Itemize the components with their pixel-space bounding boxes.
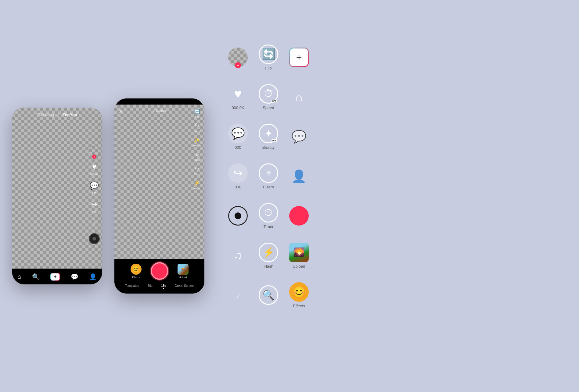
icon-cell-person[interactable]: 👤 (284, 156, 314, 196)
nav-home[interactable]: ⌂ (18, 273, 21, 280)
timer-label: Timer (194, 173, 200, 176)
phone-camera: ✕ ♪ Sounds 🔄 Flip ⏱ Speed (114, 98, 204, 294)
timer-icon: ⏲ (193, 164, 201, 173)
flash-icon-lg: ⚡ (259, 243, 278, 262)
record-center-dot (235, 212, 241, 219)
sounds-button[interactable]: ♪ Sounds (153, 108, 166, 112)
creator-avatar-item[interactable]: + (89, 146, 100, 157)
icon-cell-share[interactable]: ↪ 000 (223, 156, 253, 196)
large-avatar: + (228, 48, 248, 67)
icon-cell-flip[interactable]: 🔄 Flip (253, 37, 284, 77)
heart-count-label: 000,0K (232, 105, 244, 110)
beauty-icon: ✨ (193, 136, 201, 144)
tiktok-plus-button: + (289, 48, 309, 67)
heart-icon-lg: ♥ (228, 84, 248, 104)
share-icon-lg: ↪ (228, 163, 248, 183)
heart-icon: ♥ (89, 161, 100, 172)
for-you-tab[interactable]: For You (63, 112, 77, 118)
icon-cell-timer[interactable]: ⏲ Timer (253, 196, 284, 236)
speed-icon-container: ⏱ OFF (259, 84, 278, 104)
icon-cell-avatar[interactable]: + (223, 37, 253, 77)
mode-60s[interactable]: 60s (146, 283, 154, 290)
plus-sign: + (296, 52, 302, 63)
capture-button[interactable] (151, 262, 168, 280)
icon-cell-search-circle[interactable]: 🔍 (253, 275, 284, 315)
icon-cell-speed[interactable]: ⏱ OFF Speed (253, 77, 284, 117)
nav-search[interactable]: 🔍 (32, 273, 40, 280)
icon-cell-record-ring[interactable] (223, 196, 253, 236)
camera-modes: Templates 60s 15s Green Screen (114, 282, 204, 291)
comment-count-label: 000 (235, 145, 241, 150)
comment-icon: 💬 (89, 180, 100, 191)
upload-button[interactable]: 🌄 Upload (178, 264, 189, 279)
search-icon: 🔍 (32, 273, 40, 280)
music-button[interactable]: ♪ (89, 218, 100, 229)
flash-icon: ⚡ (193, 179, 201, 187)
comment-button[interactable]: 💬 000 (89, 180, 100, 195)
music-note-icon-lg: ♫ (234, 249, 242, 262)
nav-add[interactable]: + (50, 273, 60, 281)
like-button[interactable]: ♥ 000,0K (89, 161, 100, 176)
effects-emoji-icon-lg: 😊 (289, 282, 309, 302)
phone-feed: Following | For You + ♥ (12, 108, 102, 284)
speed-off-badge: OFF (272, 100, 277, 102)
flash-label: Flash (194, 187, 200, 190)
filters-control[interactable]: ⚙ Filters (193, 150, 201, 161)
filters-icon-label: Filters (263, 185, 274, 189)
filters-icon: ⚙ (193, 150, 201, 159)
effects-button[interactable]: 😊 Effects (131, 264, 142, 279)
mode-templates[interactable]: Templates (124, 283, 140, 290)
icon-cell-chat-bubble[interactable]: 💬 (284, 117, 314, 156)
filters-icon-lg: ⚛ (259, 163, 278, 183)
beauty-icon-container: ✦ OFF (259, 124, 278, 143)
icon-cell-music-note[interactable]: ♫ (223, 236, 253, 275)
nav-messages[interactable]: 💬 (71, 273, 78, 280)
feed-video-area: Following | For You + ♥ (12, 108, 102, 269)
following-tab[interactable]: Following (37, 112, 54, 118)
icon-cell-effects-emoji[interactable]: 😊 Effects (284, 275, 314, 315)
flip-control[interactable]: 🔄 Flip (193, 107, 201, 118)
beauty-icon-label: Beauty (262, 145, 275, 150)
upload-thumbnail: 🌄 (178, 264, 189, 275)
icon-cell-flash[interactable]: ⚡ Flash (253, 236, 284, 275)
sound-disc (89, 233, 100, 244)
mode-green-screen[interactable]: Green Screen (174, 283, 195, 290)
icon-cell-heart[interactable]: ♥ 000,0K (223, 77, 253, 117)
beauty-off-badge: OFF (272, 139, 277, 142)
camera-close-button[interactable]: ✕ (119, 108, 123, 115)
active-mode-indicator (163, 288, 164, 289)
nav-profile[interactable]: 👤 (89, 273, 97, 280)
home-icon: ⌂ (18, 273, 21, 280)
flip-icon-label: Flip (265, 66, 272, 70)
upload-icon-lg: 🌄 (289, 243, 309, 262)
icon-cell-filters[interactable]: ⚛ Filters (253, 156, 284, 196)
effects-icon-label: Effects (293, 304, 305, 308)
icon-cell-red-record[interactable] (284, 196, 314, 236)
speed-control[interactable]: ⏱ Speed (193, 121, 201, 133)
icon-cell-beauty[interactable]: ✦ OFF Beauty (253, 117, 284, 156)
camera-top-bar (114, 98, 204, 105)
icon-cell-upload-lg[interactable]: 🌄 Upload (284, 236, 314, 275)
flash-control[interactable]: ⚡ Flash (193, 179, 201, 190)
camera-inner: ✕ ♪ Sounds 🔄 Flip ⏱ Speed (114, 98, 204, 294)
icon-cell-tiktok-plus[interactable]: + (284, 37, 314, 77)
music-note-icon: ♪ (153, 108, 155, 112)
icon-cell-small-note[interactable]: ♪ (223, 275, 253, 315)
camera-capture-row: 😊 Effects 🌄 Upload (114, 262, 204, 280)
timer-control[interactable]: ⏲ Timer (193, 164, 201, 176)
share-button[interactable]: ↪ 000 (89, 199, 100, 214)
close-icon: ✕ (119, 109, 123, 115)
mode-15s[interactable]: 15s (160, 283, 167, 290)
share-count-label: 000 (235, 185, 241, 189)
add-icon: + (51, 273, 59, 280)
record-ring-icon (228, 206, 248, 226)
feed-header: Following | For You (12, 112, 102, 118)
flip-icon-lg: 🔄 (259, 45, 278, 64)
comment-count: 000 (92, 192, 96, 195)
icon-cell-comment[interactable]: 💬 000 (223, 117, 253, 156)
avatar-plus-badge: + (235, 62, 241, 68)
beauty-control[interactable]: ✨ Beauty (193, 136, 201, 147)
messages-icon: 💬 (71, 273, 78, 280)
icon-cell-home[interactable]: ⌂ (284, 77, 314, 117)
speed-icon-label: Speed (263, 105, 274, 110)
